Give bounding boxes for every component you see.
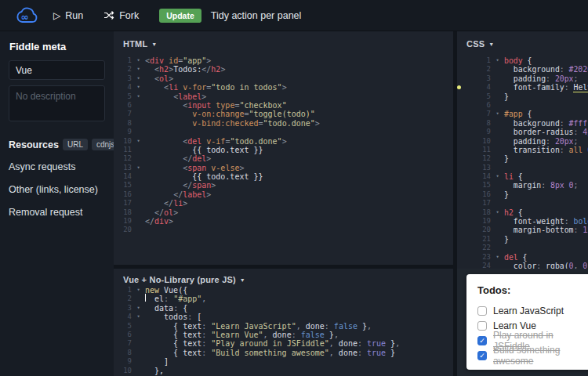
sidebar-item-other-links-license[interactable]: Other (links, license) [9,184,105,195]
fold-arrow-icon[interactable]: ▾ [491,208,504,217]
css-panel-title: CSS [466,39,485,49]
fold-arrow-icon[interactable]: ▾ [132,164,145,172]
code-token: el [145,295,164,303]
fiddle-title-input[interactable] [9,60,105,80]
checkbox-checked[interactable]: ✓ [477,336,487,345]
code-text: } [504,235,509,244]
code-token: false [334,322,358,331]
code-text: li { [504,172,523,181]
gutter: 9 [114,357,145,366]
run-button[interactable]: ▷ Run [53,10,83,21]
code-token: done [268,331,292,339]
fold-spacer [132,367,145,375]
code-token: bold [573,217,588,226]
fold-arrow-icon[interactable]: ▾ [491,172,504,181]
fold-arrow-icon[interactable]: ▾ [132,74,145,83]
code-line: 9 border-radius: 4px; [473,128,588,136]
todo-item[interactable]: Learn JavaScript [477,303,585,318]
code-token: "Learn Vue" [211,331,263,339]
js-panel-header[interactable]: Vue + No-Library (pure JS) ▼ [114,269,453,286]
jsfiddle-logo[interactable]: ∞ [9,3,41,28]
fold-spacer [491,226,504,234]
resource-badge-url[interactable]: URL [63,139,88,150]
fold-spacer [132,357,145,366]
js-editor[interactable]: 1▾new Vue({2 el: "#app",3▾ data: {4▾ tod… [114,286,453,375]
fold-arrow-icon[interactable]: ▾ [132,304,145,313]
fold-arrow-icon[interactable]: ▾ [132,137,145,146]
code-line: 21} [473,235,588,244]
code-line: 7▾#app { [473,110,588,118]
code-token: v-for [178,83,206,92]
code-token: data [145,304,173,313]
code-token: : [201,349,211,357]
update-badge[interactable]: Update [159,9,201,23]
line-number: 5 [114,92,132,101]
todo-item[interactable]: ✓Build something awesome [477,348,585,363]
code-token: > [169,74,173,83]
code-token: "app" [183,56,206,65]
line-number: 9 [114,128,132,136]
code-token: div [150,56,164,65]
line-number: 2 [114,295,132,303]
fold-spacer [132,331,145,339]
code-line: 11 transition: all 0.2s; [473,146,588,154]
fold-arrow-icon[interactable]: ▾ [132,92,145,101]
code-token [145,208,154,217]
code-token [145,154,183,163]
html-editor[interactable]: 1▾<div id="app">2▾ <h2>Todos:</h2>3▾ <ol… [114,56,453,235]
code-line: 10▾ <del v-if="todo.done"> [114,137,453,146]
gutter: 19 [114,217,145,226]
gutter: 4 [473,83,504,92]
fold-arrow-icon[interactable]: ▾ [132,83,145,92]
fold-spacer [491,235,504,244]
checkbox-unchecked[interactable] [477,306,487,316]
html-panel-header[interactable]: HTML ▼ [114,31,453,56]
code-token: } [504,154,509,163]
code-token: "Build something awesome" [211,349,329,357]
css-panel-header[interactable]: CSS ▼ [457,31,588,56]
line-number: 22 [473,244,491,252]
code-line: 7 { text: "Play around in JSFiddle", don… [114,339,453,348]
sidebar-item-async-requests[interactable]: Async requests [9,161,105,172]
code-text: }, [145,367,164,375]
code-token: input [187,101,211,110]
line-number: 18 [473,208,491,217]
checkbox-unchecked[interactable] [477,321,487,331]
fold-arrow-icon[interactable]: ▾ [132,56,145,65]
code-token: : [325,322,334,331]
code-token: Vue({ [159,286,187,295]
code-token: new [145,286,159,295]
css-editor[interactable]: 1▾body {2 background: #20262E;3 padding:… [457,56,588,269]
chevron-down-icon: ▼ [151,42,157,47]
fold-arrow-icon[interactable]: ▾ [132,286,145,295]
gutter: 3 [473,74,504,83]
code-line: 24 color: rgba(0, 0, 0, 0.3); [473,262,588,269]
fold-spacer [491,119,504,128]
fold-arrow-icon[interactable]: ▾ [132,313,145,321]
sidebar-item-removal-request[interactable]: Removal request [9,207,105,218]
fold-arrow-icon[interactable]: ▾ [491,110,504,118]
fork-button[interactable]: Fork [103,10,139,21]
gutter: 14▾ [473,172,504,181]
code-token: ; [574,181,579,190]
code-token [145,199,164,208]
fold-spacer [132,199,145,208]
code-token: li [504,172,514,181]
code-token: </ [183,154,192,163]
fork-icon [103,10,114,20]
fiddle-description-input[interactable] [9,85,105,121]
line-number: 2 [114,65,132,74]
fold-arrow-icon[interactable]: ▾ [491,253,504,262]
fold-arrow-icon[interactable]: ▾ [132,65,145,74]
line-number: 5 [114,322,132,331]
fold-spacer [491,65,504,74]
code-line: 12} [473,154,588,163]
fold-arrow-icon[interactable]: ▾ [491,56,504,65]
code-token: {{ todo.text }} [145,172,263,181]
gutter: 1▾ [473,56,504,65]
play-icon: ▷ [53,10,60,21]
code-token: v-bind:checked [192,119,258,128]
checkbox-checked[interactable]: ✓ [477,351,487,360]
gutter: 13 [473,164,504,172]
line-number: 3 [114,304,132,313]
